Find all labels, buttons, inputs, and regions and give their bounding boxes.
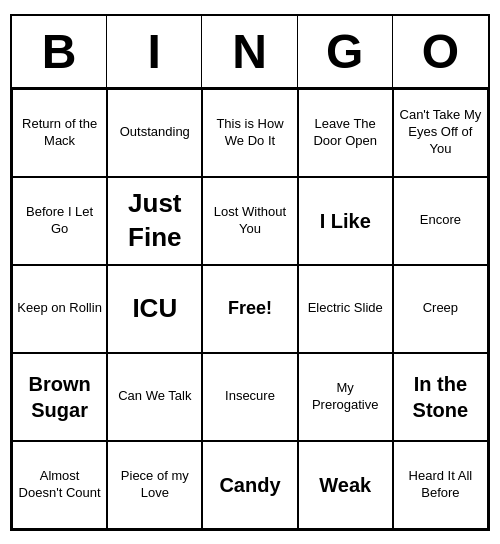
bingo-grid: Return of the MackOutstandingThis is How…: [12, 89, 488, 529]
bingo-cell-16[interactable]: Can We Talk: [107, 353, 202, 441]
bingo-cell-13[interactable]: Electric Slide: [298, 265, 393, 353]
bingo-cell-0[interactable]: Return of the Mack: [12, 89, 107, 177]
letter-o: O: [393, 16, 488, 87]
bingo-cell-14[interactable]: Creep: [393, 265, 488, 353]
bingo-cell-21[interactable]: Piece of my Love: [107, 441, 202, 529]
bingo-cell-8[interactable]: I Like: [298, 177, 393, 265]
bingo-cell-3[interactable]: Leave The Door Open: [298, 89, 393, 177]
bingo-cell-4[interactable]: Can't Take My Eyes Off of You: [393, 89, 488, 177]
bingo-cell-9[interactable]: Encore: [393, 177, 488, 265]
letter-n: N: [202, 16, 297, 87]
bingo-card: B I N G O Return of the MackOutstandingT…: [10, 14, 490, 531]
bingo-cell-12[interactable]: Free!: [202, 265, 297, 353]
bingo-cell-19[interactable]: In the Stone: [393, 353, 488, 441]
letter-i: I: [107, 16, 202, 87]
bingo-cell-1[interactable]: Outstanding: [107, 89, 202, 177]
letter-g: G: [298, 16, 393, 87]
bingo-cell-15[interactable]: Brown Sugar: [12, 353, 107, 441]
bingo-cell-7[interactable]: Lost Without You: [202, 177, 297, 265]
bingo-cell-5[interactable]: Before I Let Go: [12, 177, 107, 265]
bingo-cell-22[interactable]: Candy: [202, 441, 297, 529]
bingo-cell-18[interactable]: My Prerogative: [298, 353, 393, 441]
bingo-cell-24[interactable]: Heard It All Before: [393, 441, 488, 529]
bingo-cell-6[interactable]: Just Fine: [107, 177, 202, 265]
bingo-header: B I N G O: [12, 16, 488, 89]
bingo-cell-20[interactable]: Almost Doesn't Count: [12, 441, 107, 529]
letter-b: B: [12, 16, 107, 87]
bingo-cell-17[interactable]: Insecure: [202, 353, 297, 441]
bingo-cell-11[interactable]: ICU: [107, 265, 202, 353]
bingo-cell-10[interactable]: Keep on Rollin: [12, 265, 107, 353]
bingo-cell-2[interactable]: This is How We Do It: [202, 89, 297, 177]
bingo-cell-23[interactable]: Weak: [298, 441, 393, 529]
